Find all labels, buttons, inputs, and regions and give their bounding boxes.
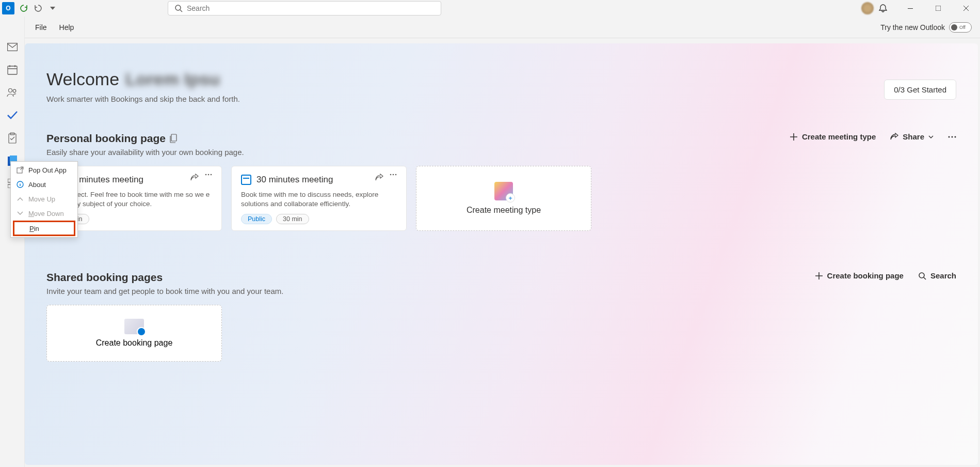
refresh-icon[interactable] <box>19 3 29 13</box>
todo-icon[interactable] <box>7 110 18 121</box>
card-more-icon[interactable] <box>390 174 399 183</box>
search-input[interactable] <box>187 4 435 12</box>
up-icon <box>16 195 24 203</box>
svg-rect-3 <box>7 43 17 51</box>
outlook-logo: O <box>2 2 14 14</box>
undo-icon[interactable] <box>33 3 43 13</box>
close-button[interactable] <box>954 0 978 17</box>
svg-point-20 <box>208 174 210 176</box>
try-new-outlook-toggle[interactable]: Off <box>949 22 972 33</box>
more-icon <box>948 136 956 138</box>
people-icon[interactable] <box>7 87 18 98</box>
card-more-icon[interactable] <box>205 174 214 183</box>
chevron-down-icon <box>928 135 934 138</box>
down-icon <box>16 209 24 217</box>
svg-rect-2 <box>936 6 941 11</box>
svg-point-19 <box>205 174 207 176</box>
maximize-button[interactable] <box>926 0 950 17</box>
create-booking-page-button[interactable]: Create booking page <box>815 271 904 280</box>
get-started-button[interactable]: 0/3 Get Started <box>884 80 956 100</box>
avatar[interactable] <box>861 2 874 14</box>
title-right <box>861 0 978 17</box>
menu-file[interactable]: File <box>29 20 53 35</box>
svg-point-24 <box>395 174 397 176</box>
create-booking-page-card[interactable]: Create booking page <box>46 305 222 362</box>
plus-icon <box>790 133 798 141</box>
minimize-button[interactable] <box>898 0 922 17</box>
menu-bar: File Help Try the new Outlook Off <box>0 17 980 38</box>
title-bar: O <box>0 0 980 17</box>
create-meeting-type-button[interactable]: Create meeting type <box>790 132 876 141</box>
shared-section-subtitle: Invite your team and get people to book … <box>46 287 283 295</box>
ctx-popout[interactable]: Pop Out App <box>11 163 77 177</box>
svg-rect-7 <box>9 134 16 143</box>
create-card-label: Create meeting type <box>467 206 541 215</box>
page-title: Welcome Lorem Ipsu <box>46 69 240 89</box>
personal-section-title: Personal booking page <box>46 132 244 145</box>
meeting-card-30min[interactable]: 30 minutes meeting Book time with me to … <box>231 166 407 231</box>
svg-point-0 <box>175 5 181 10</box>
title-left: O <box>0 2 58 14</box>
personal-section-subtitle: Easily share your availability with your… <box>46 148 244 157</box>
svg-point-23 <box>393 174 394 176</box>
shared-section-title: Shared booking pages <box>46 271 283 284</box>
search-icon <box>174 4 183 12</box>
svg-point-18 <box>955 136 956 137</box>
info-icon <box>16 180 24 189</box>
personal-cards-row: 5 minutes meeting o connect. Feel free t… <box>46 166 956 231</box>
personal-section-head: Personal booking page Easily share your … <box>46 132 956 157</box>
ctx-moveup: Move Up <box>11 192 77 206</box>
svg-rect-15 <box>171 134 176 141</box>
try-new-outlook: Try the new Outlook Off <box>880 22 972 33</box>
customize-dropdown-icon[interactable] <box>47 3 58 13</box>
svg-point-5 <box>8 89 12 92</box>
svg-rect-1 <box>908 8 913 9</box>
svg-point-25 <box>919 273 924 278</box>
more-actions-button[interactable] <box>948 136 956 138</box>
card-share-icon[interactable] <box>375 174 384 183</box>
ctx-movedown: Move Down <box>11 206 77 221</box>
duration-tag: 30 min <box>276 214 309 224</box>
share-icon <box>890 133 898 141</box>
create-meeting-icon <box>494 182 513 200</box>
calendar-icon[interactable] <box>7 64 18 75</box>
card-title: 30 minutes meeting <box>256 175 333 185</box>
welcome-prefix: Welcome <box>46 69 119 89</box>
welcome-subtitle: Work smarter with Bookings and skip the … <box>46 95 240 103</box>
svg-point-6 <box>13 89 16 92</box>
ctx-pin[interactable]: Pin <box>14 222 74 235</box>
public-tag: Public <box>241 214 272 224</box>
search-box[interactable] <box>168 1 441 15</box>
blank-icon <box>17 224 25 232</box>
clipboard-icon[interactable] <box>7 132 18 144</box>
toggle-state-label: Off <box>959 25 966 30</box>
welcome-block: Welcome Lorem Ipsu Work smarter with Boo… <box>46 69 240 103</box>
svg-point-16 <box>949 136 950 137</box>
create-booking-label: Create booking page <box>96 338 173 348</box>
svg-point-21 <box>211 174 212 176</box>
left-rail <box>0 17 25 467</box>
share-button[interactable]: Share <box>890 132 934 141</box>
notification-icon[interactable] <box>878 3 888 13</box>
create-booking-icon <box>124 319 144 334</box>
try-new-outlook-label: Try the new Outlook <box>880 23 945 32</box>
welcome-username: Lorem Ipsu <box>125 69 220 89</box>
ctx-about[interactable]: About <box>11 177 77 192</box>
card-share-icon[interactable] <box>190 174 200 183</box>
context-menu: Pop Out App About Move Up Move Down Pin <box>10 161 78 238</box>
plus-icon <box>815 272 823 280</box>
card-title: 5 minutes meeting <box>72 175 143 185</box>
copy-icon[interactable] <box>170 134 178 143</box>
toggle-knob <box>951 24 957 30</box>
svg-point-22 <box>390 174 392 176</box>
calendar-small-icon <box>241 175 251 185</box>
search-icon <box>918 272 926 280</box>
shared-section-head: Shared booking pages Invite your team an… <box>46 271 956 295</box>
create-meeting-type-card[interactable]: Create meeting type <box>416 166 591 231</box>
svg-point-17 <box>952 136 953 137</box>
card-description: Book time with me to discuss needs, expl… <box>241 190 397 209</box>
search-booking-button[interactable]: Search <box>918 271 956 280</box>
mail-icon[interactable] <box>7 41 18 53</box>
popout-icon <box>16 166 24 174</box>
menu-help[interactable]: Help <box>53 20 81 35</box>
